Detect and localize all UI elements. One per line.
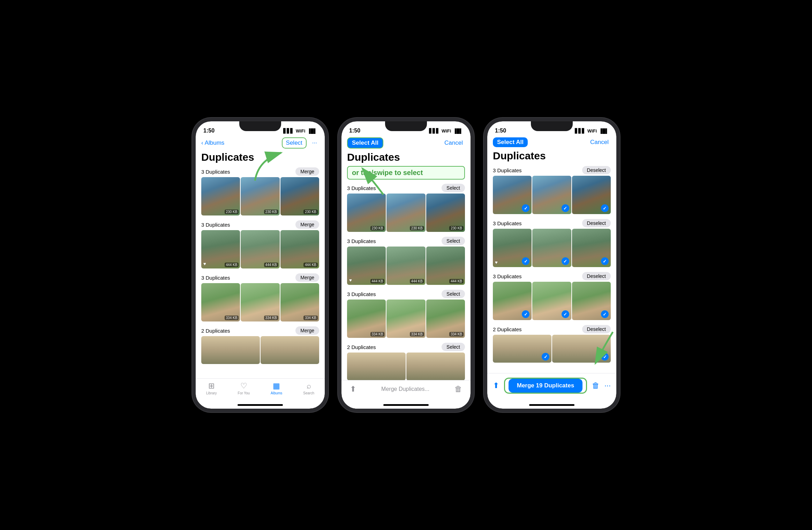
signal-icon-1: ▋▋▋ xyxy=(283,128,294,134)
dup-header-3-1: 3 Duplicates Deselect xyxy=(487,165,616,176)
photo-1-3-1[interactable]: 334 KB xyxy=(201,283,240,321)
deselect-btn-3-4[interactable]: Deselect xyxy=(582,325,611,333)
photo-strip-2-4 xyxy=(341,353,471,380)
photo-1-2-3[interactable]: 444 KB xyxy=(280,230,319,268)
check-3-2-3: ✓ xyxy=(601,257,609,265)
photo-3-2-2[interactable]: ✓ xyxy=(532,229,571,267)
photo-2-2-1[interactable]: ♥444 KB xyxy=(347,247,386,285)
photo-2-1-1[interactable]: 230 KB xyxy=(347,194,386,232)
heart-2-2: ♥ xyxy=(349,278,352,283)
more-icon-3[interactable]: ··· xyxy=(604,381,611,390)
home-indicator-2 xyxy=(383,404,429,406)
photo-3-2-3[interactable]: ✓ xyxy=(572,229,611,267)
tab-albums-1[interactable]: ▦ Albums xyxy=(271,381,282,395)
albums-icon-1: ▦ xyxy=(273,381,280,391)
trash-icon-2[interactable]: 🗑 xyxy=(454,385,462,394)
photo-3-3-1[interactable]: ✓ xyxy=(493,282,532,320)
tab-search-1[interactable]: ⌕ Search xyxy=(303,381,314,395)
merge-btn-1-1[interactable]: Merge xyxy=(295,167,319,176)
photo-2-1-3[interactable]: 230 KB xyxy=(426,194,465,232)
notch-2 xyxy=(385,121,427,131)
dup-header-2-3: 3 Duplicates Select xyxy=(341,288,471,300)
more-button-1[interactable]: ··· xyxy=(310,138,319,148)
tab-foryou-1[interactable]: ♡ For You xyxy=(238,381,250,395)
photo-3-3-3[interactable]: ✓ xyxy=(572,282,611,320)
photo-strip-2-3: 334 KB 334 KB 334 KB xyxy=(341,300,471,338)
heart-3-2: ♥ xyxy=(495,260,498,265)
select-button-1[interactable]: Select xyxy=(282,137,307,149)
photo-1-1-3[interactable]: 230 KB xyxy=(280,177,319,215)
dup-group-1-4: 2 Duplicates Merge xyxy=(196,325,325,364)
merge-btn-1-4[interactable]: Merge xyxy=(295,326,319,335)
cancel-button-2[interactable]: Cancel xyxy=(442,138,465,148)
merge-btn-1-3[interactable]: Merge xyxy=(295,273,319,282)
photo-3-4-2[interactable]: ✓ xyxy=(552,335,611,363)
photo-2-2-3[interactable]: 444 KB xyxy=(426,247,465,285)
photo-1-2-2[interactable]: 444 KB xyxy=(241,230,279,268)
deselect-btn-3-1[interactable]: Deselect xyxy=(582,166,611,174)
trash-icon-3[interactable]: 🗑 xyxy=(592,381,600,390)
notch-3 xyxy=(531,121,573,131)
select-all-button-3[interactable]: Select All xyxy=(493,137,528,147)
share-icon-3[interactable]: ⬆ xyxy=(493,381,499,390)
merge-btn-1-2[interactable]: Merge xyxy=(295,220,319,229)
page-title-2: Duplicates xyxy=(341,151,471,166)
deselect-btn-3-2[interactable]: Deselect xyxy=(582,219,611,227)
dup-header-2-2: 3 Duplicates Select xyxy=(341,235,471,247)
dup-group-3-1: 3 Duplicates Deselect ✓ ✓ ✓ xyxy=(487,165,616,214)
select-group-btn-2-4[interactable]: Select xyxy=(442,343,465,351)
photo-2-3-3[interactable]: 334 KB xyxy=(426,300,465,338)
home-indicator-3 xyxy=(529,404,574,406)
size-2-1-3: 230 KB xyxy=(449,226,464,230)
phone-2: 1:50 ▋▋▋ WiFi ▐█▌ Select All Cancel Dupl… xyxy=(338,118,474,412)
photo-2-4-1[interactable] xyxy=(347,353,406,380)
phone-1: 1:50 ▋▋▋ WiFi ▐█▌ ‹ Albums Select xyxy=(192,118,328,412)
dup-header-1-4: 2 Duplicates Merge xyxy=(196,325,325,336)
photo-3-4-1[interactable]: ✓ xyxy=(493,335,551,363)
back-button-1[interactable]: ‹ Albums xyxy=(201,139,224,146)
photo-3-1-2[interactable]: ✓ xyxy=(532,176,571,214)
photo-strip-3-4: ✓ ✓ xyxy=(487,335,616,363)
photo-1-1-2[interactable]: 230 KB xyxy=(241,177,279,215)
cancel-button-3[interactable]: Cancel xyxy=(588,137,611,147)
check-3-4-1: ✓ xyxy=(542,353,549,361)
size-badge-1-2-2: 444 KB xyxy=(264,263,278,267)
scroll-content-2: 3 Duplicates Select 230 KB 230 KB 230 KB… xyxy=(341,182,471,380)
size-2-1-1: 230 KB xyxy=(370,226,385,230)
photo-2-3-2[interactable]: 334 KB xyxy=(386,300,425,338)
photo-1-4-1[interactable] xyxy=(201,336,260,364)
photo-1-3-2[interactable]: 334 KB xyxy=(241,283,279,321)
tab-library-1[interactable]: ⊞ Library xyxy=(206,381,217,395)
photo-2-2-2[interactable]: 444 KB xyxy=(386,247,425,285)
select-all-button-2[interactable]: Select All xyxy=(347,137,383,149)
dup-group-1-3: 3 Duplicates Merge 334 KB 334 KB 334 KB xyxy=(196,272,325,321)
photo-1-3-3[interactable]: 334 KB xyxy=(280,283,319,321)
photo-3-2-1[interactable]: ♥✓ xyxy=(493,229,532,267)
photo-2-3-1[interactable]: 334 KB xyxy=(347,300,386,338)
photo-3-1-3[interactable]: ✓ xyxy=(572,176,611,214)
deselect-btn-3-3[interactable]: Deselect xyxy=(582,272,611,280)
dup-label-2-3: 3 Duplicates xyxy=(347,291,376,297)
size-2-3-1: 334 KB xyxy=(370,332,385,336)
select-group-btn-2-1[interactable]: Select xyxy=(442,184,465,192)
share-icon-2[interactable]: ⬆ xyxy=(350,385,356,394)
photo-1-4-2[interactable] xyxy=(261,336,319,364)
photo-2-4-2[interactable] xyxy=(406,353,465,380)
merge-19-button[interactable]: Merge 19 Duplicates xyxy=(509,379,582,393)
photo-1-2-1[interactable]: ♥444 KB xyxy=(201,230,240,268)
tab-albums-label-1: Albums xyxy=(271,391,282,395)
check-3-1-1: ✓ xyxy=(522,204,529,212)
scroll-content-3: 3 Duplicates Deselect ✓ ✓ ✓ 3 Duplicates xyxy=(487,165,616,373)
select-group-btn-2-2[interactable]: Select xyxy=(442,237,465,245)
photo-2-1-2[interactable]: 230 KB xyxy=(386,194,425,232)
photo-3-3-2[interactable]: ✓ xyxy=(532,282,571,320)
dup-header-3-4: 2 Duplicates Deselect xyxy=(487,324,616,335)
signal-icon-3: ▋▋▋ xyxy=(575,128,585,134)
dup-header-3-2: 3 Duplicates Deselect xyxy=(487,218,616,229)
photo-3-1-1[interactable]: ✓ xyxy=(493,176,532,214)
select-group-btn-2-3[interactable]: Select xyxy=(442,290,465,298)
status-icons-2: ▋▋▋ WiFi ▐█▌ xyxy=(429,128,463,134)
photo-1-1-1[interactable]: 230 KB xyxy=(201,177,240,215)
nav-bar-3: Select All Cancel xyxy=(487,137,616,150)
dup-group-2-1: 3 Duplicates Select 230 KB 230 KB 230 KB xyxy=(341,182,471,232)
